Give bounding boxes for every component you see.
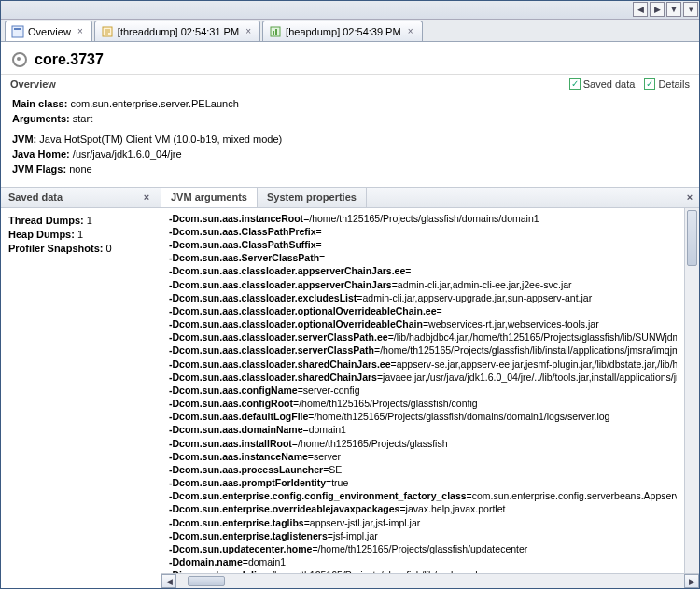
jvm-arg-value: = bbox=[437, 305, 442, 316]
core-icon bbox=[12, 52, 27, 67]
tab-system-properties[interactable]: System properties bbox=[258, 187, 367, 207]
jvm-arg-key: -Dcom.sun.aas.classloader.optionalOverri… bbox=[169, 305, 437, 316]
jvm-arg-value: =/home/th125165/Projects/glassfish/updat… bbox=[312, 543, 527, 554]
jvm-arg-key: -Dcom.sun.aas.classloader.optionalOverri… bbox=[169, 318, 423, 330]
java-home-label: Java Home: bbox=[12, 148, 70, 160]
jvm-arg-key: -Dcom.sun.enterprise.taglisteners bbox=[169, 530, 328, 541]
arguments-panel: JVM arguments System properties × -Dcom.… bbox=[161, 188, 699, 588]
scroll-right-button[interactable]: ▶ bbox=[684, 574, 699, 588]
jvm-arg-value: =/home/th125165/Projects/glassfish/domai… bbox=[308, 411, 609, 422]
nav-menu-button[interactable]: ▾ bbox=[683, 2, 698, 17]
overview-info: Main class: com.sun.enterprise.server.PE… bbox=[1, 91, 699, 187]
jvm-arg-key: -Dcom.sun.aas.classloader.appserverChain… bbox=[169, 265, 405, 276]
jvm-arg-value: =com.sun.enterprise.config.serverbeans.A… bbox=[467, 490, 677, 501]
jvm-arg-key: -Dcom.sun.enterprise.taglibs bbox=[169, 517, 304, 528]
nav-prev-button[interactable]: ◀ bbox=[633, 2, 648, 17]
panel-title: Saved data bbox=[8, 191, 63, 203]
jvm-argument-line: -Dcom.sun.aas.installRoot=/home/th125165… bbox=[169, 437, 677, 450]
editor-tabbar: Overview × [threaddump] 02:54:31 PM × [h… bbox=[1, 20, 699, 42]
jvm-argument-line: -Dcom.sun.aas.configRoot=/home/th125165/… bbox=[169, 397, 677, 410]
jvm-arg-key: -Dcom.sun.aas.classloader.sharedChainJar… bbox=[169, 358, 391, 370]
jvm-arguments-list: -Dcom.sun.aas.instanceRoot=/home/th12516… bbox=[161, 208, 684, 573]
saved-data-panel: Saved data × Thread Dumps: 1 Heap Dumps:… bbox=[1, 188, 161, 588]
tab-threaddump[interactable]: [threaddump] 02:54:31 PM × bbox=[94, 21, 260, 41]
close-icon[interactable]: × bbox=[243, 26, 254, 37]
jvm-arg-value: = bbox=[316, 226, 322, 237]
jvm-argument-line: -Dcom.sun.aas.classloader.sharedChainJar… bbox=[169, 358, 677, 371]
scroll-left-button[interactable]: ◀ bbox=[161, 574, 176, 588]
svg-rect-1 bbox=[14, 28, 21, 30]
jvm-argument-line: -Dcom.sun.aas.promptForIdentity=true bbox=[169, 476, 677, 489]
tab-overview[interactable]: Overview × bbox=[5, 21, 92, 41]
jvm-arg-value: =jsf-impl.jar bbox=[328, 530, 378, 541]
tab-jvm-arguments[interactable]: JVM arguments bbox=[161, 187, 258, 207]
overview-section-head: Overview ✓ Saved data ✓ Details bbox=[1, 75, 699, 91]
jvm-arg-key: -Dcom.sun.aas.classloader.serverClassPat… bbox=[169, 331, 388, 343]
heapdump-icon bbox=[269, 25, 282, 38]
jvm-argument-line: -Dcom.sun.enterprise.taglisteners=jsf-im… bbox=[169, 529, 677, 542]
tab-heapdump[interactable]: [heapdump] 02:54:39 PM × bbox=[262, 21, 423, 41]
saved-data-checkbox[interactable]: ✓ Saved data bbox=[569, 78, 636, 90]
saved-data-panel-head: Saved data × bbox=[1, 188, 161, 208]
jvm-argument-line: -Dcom.sun.aas.instanceRoot=/home/th12516… bbox=[169, 212, 677, 225]
details-checkbox[interactable]: ✓ Details bbox=[644, 78, 690, 90]
jvm-arg-key: -Dcom.sun.enterprise.config.config_envir… bbox=[169, 490, 467, 501]
jvm-argument-line: -Dcom.sun.aas.processLauncher=SE bbox=[169, 463, 677, 476]
jvm-value: Java HotSpot(TM) Client VM (10.0-b19, mi… bbox=[39, 133, 282, 145]
close-icon[interactable]: × bbox=[140, 191, 153, 203]
scrollbar-thumb[interactable] bbox=[188, 576, 225, 586]
tab-label: [threaddump] 02:54:31 PM bbox=[118, 26, 239, 37]
jvm-argument-line: -Dcom.sun.aas.classloader.serverClassPat… bbox=[169, 344, 677, 357]
close-icon[interactable]: × bbox=[75, 26, 86, 37]
jvm-arg-key: -Dcom.sun.aas.ServerClassPath bbox=[169, 252, 319, 263]
scrollbar-track[interactable] bbox=[176, 574, 684, 588]
jvm-arg-key: -Dcom.sun.aas.classloader.serverClassPat… bbox=[169, 344, 374, 356]
jvm-arg-value: =SE bbox=[323, 464, 342, 475]
jvm-argument-line: -Dcom.sun.aas.instanceName=server bbox=[169, 450, 677, 463]
jvm-flags-value: none bbox=[69, 163, 91, 175]
jvm-argument-line: -Dcom.sun.aas.classloader.sharedChainJar… bbox=[169, 371, 677, 384]
threaddump-icon bbox=[101, 25, 114, 38]
jvm-argument-line: -Dcom.sun.aas.ClassPathSuffix= bbox=[169, 238, 677, 251]
close-icon[interactable]: × bbox=[686, 191, 699, 203]
jvm-argument-line: -Ddomain.name=domain1 bbox=[169, 555, 677, 568]
jvm-arg-key: -Dcom.sun.aas.classloader.excludesList bbox=[169, 292, 357, 303]
jvm-argument-line: -Dcom.sun.updatecenter.home=/home/th1251… bbox=[169, 542, 677, 555]
nav-next-button[interactable]: ▶ bbox=[650, 2, 665, 17]
jvm-argument-line: -Dcom.sun.aas.domainName=domain1 bbox=[169, 423, 677, 436]
jvm-arg-value: = bbox=[319, 252, 325, 263]
jvm-arg-value: =javaee.jar,/usr/java/jdk1.6.0_04/jre/..… bbox=[377, 372, 677, 383]
jvm-arg-key: -Dcom.sun.aas.processLauncher bbox=[169, 464, 323, 475]
nav-maximize-button[interactable]: ▼ bbox=[666, 2, 681, 17]
jvm-arg-key: -Dcom.sun.aas.classloader.sharedChainJar… bbox=[169, 372, 377, 383]
jvm-arg-value: =server bbox=[308, 451, 341, 462]
jvm-arg-key: -Dcom.sun.aas.domainName bbox=[169, 424, 303, 435]
overview-heading: Overview bbox=[10, 78, 56, 90]
svg-rect-0 bbox=[12, 26, 23, 37]
jvm-arg-key: -Dcom.sun.enterprise.overrideablejavaxpa… bbox=[169, 503, 399, 514]
jvm-arg-value: = bbox=[405, 265, 411, 276]
jvm-arguments-viewport: -Dcom.sun.aas.instanceRoot=/home/th12516… bbox=[161, 208, 699, 573]
checkbox-label: Details bbox=[658, 78, 690, 90]
jvm-argument-line: -Dcom.sun.aas.classloader.serverClassPat… bbox=[169, 330, 677, 344]
scrollbar-thumb[interactable] bbox=[687, 210, 697, 266]
close-icon[interactable]: × bbox=[405, 26, 416, 37]
jvm-arg-value: =admin-cli.jar,admin-cli-ee.jar,j2ee-svc… bbox=[392, 279, 572, 290]
jvm-arg-value: =/home/th125165/Projects/glassfish/confi… bbox=[293, 398, 478, 409]
heap-dumps-value: 1 bbox=[77, 229, 83, 240]
jvm-argument-line: -Dcom.sun.aas.classloader.excludesList=a… bbox=[169, 291, 677, 304]
app-window: ◀ ▶ ▼ ▾ Overview × [threaddump] 02:54:31… bbox=[0, 0, 700, 589]
thread-dumps-value: 1 bbox=[87, 215, 92, 226]
jvm-arg-key: -Dcom.sun.updatecenter.home bbox=[169, 543, 312, 554]
jvm-arg-key: -Dcom.sun.aas.ClassPathSuffix bbox=[169, 239, 316, 250]
profiler-snapshots-label: Profiler Snapshots: bbox=[8, 243, 103, 254]
jvm-argument-line: -Dcom.sun.aas.classloader.appserverChain… bbox=[169, 278, 677, 291]
tab-label: [heapdump] 02:54:39 PM bbox=[286, 26, 401, 37]
heap-dumps-label: Heap Dumps: bbox=[8, 229, 75, 240]
horizontal-scrollbar[interactable]: ◀ ▶ bbox=[161, 573, 699, 588]
vertical-scrollbar[interactable] bbox=[684, 208, 699, 573]
profiler-snapshots-value: 0 bbox=[106, 243, 112, 254]
tab-label: Overview bbox=[28, 26, 71, 37]
jvm-argument-line: -Dcom.sun.enterprise.overrideablejavaxpa… bbox=[169, 502, 677, 515]
jvm-flags-label: JVM Flags: bbox=[12, 163, 66, 175]
